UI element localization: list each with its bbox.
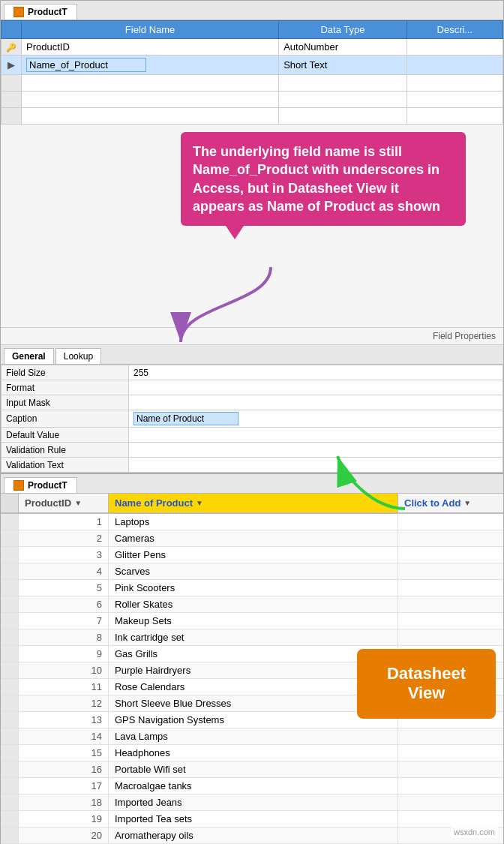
prop-value[interactable]: [129, 458, 503, 473]
row-name[interactable]: Lava Lamps: [109, 728, 398, 744]
row-selector: [1, 728, 19, 744]
key-icon: 🔑: [6, 43, 16, 52]
row-name[interactable]: Scarves: [109, 563, 398, 579]
row-name[interactable]: Imported Tea sets: [109, 811, 398, 827]
row-id: 6: [19, 596, 109, 612]
tab-general[interactable]: General: [4, 348, 54, 364]
tab-lookup[interactable]: Lookup: [56, 348, 101, 364]
row-name[interactable]: Short Sleeve Blue Dresses: [109, 695, 398, 711]
row-name[interactable]: Aromatherapy oils: [109, 827, 398, 843]
row-name[interactable]: Makeup Sets: [109, 613, 398, 629]
ds-column-headers: ProductID ▼ Name of Product ▼ Click to A…: [1, 494, 503, 514]
row-id: 1: [19, 514, 109, 530]
table-row[interactable]: 17 Macroalgae tanks: [1, 778, 503, 794]
row-id: 8: [19, 629, 109, 645]
prop-row-inputmask: Input Mask: [2, 395, 503, 410]
table-row[interactable]: 19 Imported Tea sets: [1, 811, 503, 827]
table-row-empty-3: [2, 108, 503, 125]
table-row[interactable]: 14 Lava Lamps: [1, 728, 503, 745]
row-name[interactable]: GPS Navigation Systems: [109, 712, 398, 728]
col-productid-header[interactable]: ProductID ▼: [19, 494, 109, 512]
prop-value[interactable]: 255: [129, 365, 503, 380]
row-add: [398, 745, 503, 761]
row-name[interactable]: Macroalgae tanks: [109, 778, 398, 794]
row-selector: [1, 613, 19, 629]
row-selector: [1, 629, 19, 645]
row-name[interactable]: Cameras: [109, 530, 398, 546]
row-selector: [1, 745, 19, 761]
ds-body: Datasheet View 1 Laptops 2 Cameras 3 Gli…: [1, 514, 503, 844]
prop-label: Caption: [2, 410, 129, 428]
prop-row-format: Format: [2, 380, 503, 395]
ds-tab-bar: ProductT: [1, 474, 503, 494]
row-id: 11: [19, 679, 109, 695]
row-selector: [1, 563, 19, 579]
table-row[interactable]: 18 Imported Jeans: [1, 794, 503, 811]
row-name[interactable]: Portable Wifi set: [109, 761, 398, 777]
row-id: 17: [19, 778, 109, 794]
row-selector: [1, 547, 19, 563]
sort-icon-id: ▼: [74, 499, 82, 507]
table-row-selected[interactable]: ▶ Short Text: [2, 56, 503, 75]
table-row[interactable]: 16 Portable Wifi set: [1, 761, 503, 778]
row-add: [398, 811, 503, 827]
row-id: 7: [19, 613, 109, 629]
col-description: Descri...: [406, 21, 502, 39]
table-row[interactable]: 6 Roller Skates: [1, 596, 503, 613]
row-name[interactable]: Glitter Pens: [109, 547, 398, 563]
row-name[interactable]: Rose Calendars: [109, 679, 398, 695]
row-name[interactable]: Ink cartridge set: [109, 629, 398, 645]
row-selector: [1, 778, 19, 794]
prop-label: Default Value: [2, 428, 129, 443]
table-row[interactable]: 1 Laptops: [1, 514, 503, 530]
row-id: 5: [19, 580, 109, 596]
ds-callout: Datasheet View: [357, 649, 496, 719]
table-icon-ds: [14, 480, 24, 491]
caption-input[interactable]: [134, 412, 238, 425]
col-name-header[interactable]: Name of Product ▼: [109, 494, 398, 512]
table-row[interactable]: 3 Glitter Pens: [1, 547, 503, 563]
prop-row-defaultval: Default Value: [2, 428, 503, 443]
table-row[interactable]: 5 Pink Scooters: [1, 580, 503, 596]
table-row[interactable]: 20 Aromatherapy oils: [1, 827, 503, 844]
row-add: [398, 728, 503, 744]
table-row[interactable]: 7 Makeup Sets: [1, 613, 503, 629]
row-name[interactable]: Roller Skates: [109, 596, 398, 612]
table-icon: [14, 7, 24, 17]
design-tab[interactable]: ProductT: [4, 4, 77, 20]
row-add: [398, 613, 503, 629]
row-add: [398, 761, 503, 777]
prop-row-valrule: Validation Rule: [2, 443, 503, 458]
table-row[interactable]: 15 Headphones: [1, 745, 503, 761]
row-name[interactable]: Purple Hairdryers: [109, 662, 398, 678]
row-add: [398, 629, 503, 645]
prop-value[interactable]: [129, 428, 503, 443]
row-selector: [1, 761, 19, 777]
col-selector: [1, 494, 19, 512]
prop-value-caption[interactable]: [129, 410, 503, 428]
row-id: 9: [19, 646, 109, 662]
field-name-input[interactable]: [26, 58, 146, 72]
col-field-name: Field Name: [22, 21, 279, 39]
sort-icon-add: ▼: [464, 499, 471, 507]
row-selector: [1, 811, 19, 827]
row-name[interactable]: Headphones: [109, 745, 398, 761]
prop-label: Input Mask: [2, 395, 129, 410]
row-name[interactable]: Laptops: [109, 514, 398, 530]
row-name[interactable]: Gas Grills: [109, 646, 398, 662]
prop-value[interactable]: [129, 395, 503, 410]
ds-tab[interactable]: ProductT: [4, 477, 77, 493]
table-row[interactable]: 2 Cameras: [1, 530, 503, 547]
table-row[interactable]: 8 Ink cartridge set: [1, 629, 503, 646]
table-row[interactable]: 4 Scarves: [1, 563, 503, 580]
prop-label: Validation Text: [2, 458, 129, 473]
row-selector: [1, 596, 19, 612]
prop-value[interactable]: [129, 380, 503, 395]
row-name[interactable]: Imported Jeans: [109, 794, 398, 810]
field-name-cell-selected[interactable]: [22, 56, 279, 75]
callout-text: The underlying field name is still Name_…: [193, 144, 440, 214]
prop-value[interactable]: [129, 443, 503, 458]
row-id: 10: [19, 662, 109, 678]
table-row[interactable]: 🔑 ProductID AutoNumber: [2, 39, 503, 56]
row-name[interactable]: Pink Scooters: [109, 580, 398, 596]
